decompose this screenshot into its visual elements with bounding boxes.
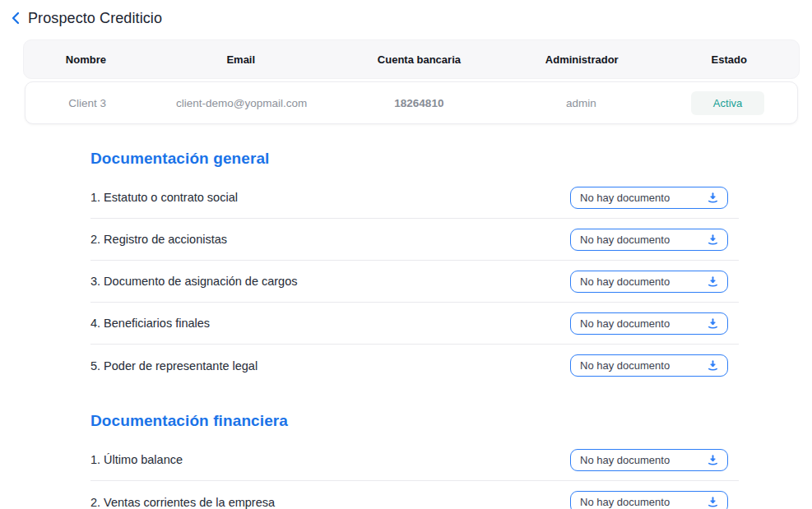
download-button[interactable]: No hay documento [570, 312, 728, 335]
section-title-general: Documentación general [90, 150, 739, 168]
chevron-left-icon [10, 12, 21, 25]
cell-cuenta: 18264810 [334, 97, 503, 109]
document-item-label: 2. Ventas corrientes de la empresa [90, 496, 275, 509]
document-row: 3. Documento de asignación de cargos No … [90, 261, 739, 303]
download-button[interactable]: No hay documento [570, 354, 728, 377]
download-icon [707, 275, 719, 288]
client-table: Nombre Email Cuenta bancaria Administrad… [23, 39, 800, 124]
download-button[interactable]: No hay documento [570, 491, 728, 509]
download-icon [707, 454, 719, 466]
document-row: 5. Poder de representante legal No hay d… [90, 345, 739, 386]
document-item-label: 1. Estatuto o contrato social [90, 191, 238, 204]
download-icon [707, 234, 719, 246]
section-title-financiera: Documentación financiera [90, 412, 739, 430]
back-button[interactable] [8, 9, 23, 27]
column-header-estado: Estado [659, 53, 799, 66]
document-row: 1. Último balance No hay documento [90, 439, 739, 481]
download-button-label: No hay documento [580, 454, 670, 466]
column-header-nombre: Nombre [24, 53, 148, 66]
document-item-label: 3. Documento de asignación de cargos [90, 275, 298, 288]
cell-administrador: admin [504, 97, 659, 109]
table-header-row: Nombre Email Cuenta bancaria Administrad… [23, 39, 800, 79]
download-button[interactable]: No hay documento [570, 449, 728, 471]
column-header-cuenta: Cuenta bancaria [334, 53, 504, 66]
table-row: Client 3 client-demo@yopmail.com 1826481… [25, 81, 798, 124]
document-item-label: 2. Registro de accionistas [90, 233, 227, 246]
cell-email: client-demo@yopmail.com [149, 97, 334, 109]
download-icon [707, 317, 719, 330]
download-button-label: No hay documento [580, 275, 670, 288]
download-button-label: No hay documento [580, 192, 670, 204]
document-row: 1. Estatuto o contrato social No hay doc… [90, 177, 739, 219]
document-row: 4. Beneficiarios finales No hay document… [90, 303, 739, 345]
document-sections: Documentación general 1. Estatuto o cont… [90, 150, 739, 509]
download-icon [707, 192, 719, 204]
page-header: Prospecto Crediticio [0, 0, 812, 27]
download-button[interactable]: No hay documento [570, 187, 728, 209]
status-badge: Activa [691, 91, 764, 115]
column-header-email: Email [148, 53, 334, 66]
cell-estado: Activa [658, 91, 797, 115]
document-item-label: 5. Poder de representante legal [90, 359, 258, 372]
document-row: 2. Registro de accionistas No hay docume… [90, 219, 739, 261]
column-header-administrador: Administrador [504, 53, 659, 66]
page-title: Prospecto Crediticio [28, 10, 162, 27]
download-button[interactable]: No hay documento [570, 229, 728, 251]
download-button[interactable]: No hay documento [570, 271, 728, 293]
cell-nombre: Client 3 [26, 97, 149, 109]
download-button-label: No hay documento [580, 234, 670, 246]
download-button-label: No hay documento [580, 359, 670, 372]
download-icon [707, 496, 719, 508]
document-item-label: 1. Último balance [90, 453, 183, 466]
document-row: 2. Ventas corrientes de la empresa No ha… [90, 481, 739, 509]
download-icon [707, 359, 719, 372]
download-button-label: No hay documento [580, 317, 670, 330]
download-button-label: No hay documento [580, 496, 670, 508]
document-item-label: 4. Beneficiarios finales [90, 317, 210, 330]
